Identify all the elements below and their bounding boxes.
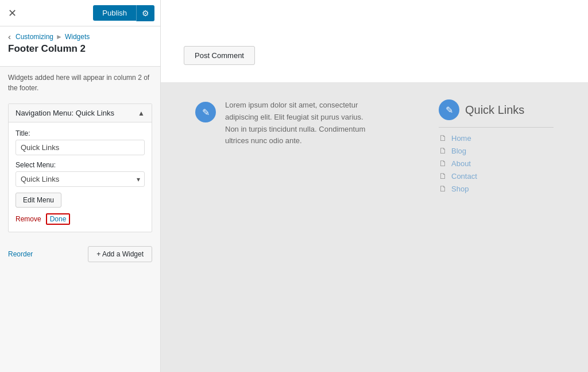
title-input[interactable] (16, 140, 145, 155)
chevron-up-icon: ▲ (138, 109, 145, 117)
nav-link-home[interactable]: Home (451, 134, 471, 143)
edit-menu-button[interactable]: Edit Menu (16, 193, 61, 208)
quick-links-divider (439, 127, 554, 128)
doc-icon: 🗋 (439, 171, 447, 181)
nav-link-shop[interactable]: Shop (451, 185, 469, 193)
widget-actions: Remove Done (16, 213, 145, 225)
publish-button[interactable]: Publish (93, 5, 136, 21)
close-icon: ✕ (8, 7, 17, 19)
breadcrumb-widgets[interactable]: Widgets (65, 33, 90, 41)
widget-header[interactable]: Navigation Menu: Quick Links ▲ (9, 104, 152, 122)
footer-preview: ✎ Lorem ipsum dolor sit amet, consectetu… (161, 82, 588, 372)
sidebar: ✕ Publish ⚙ ‹ Customizing ► Widgets Foot… (0, 0, 161, 372)
gear-button[interactable]: ⚙ (136, 5, 154, 21)
top-bar: ✕ Publish ⚙ (0, 0, 160, 26)
breadcrumb-customizing[interactable]: Customizing (16, 33, 53, 41)
pencil-icon: ✎ (202, 107, 210, 118)
quick-links-header: ✎ Quick Links (439, 99, 554, 120)
section-title: Footer Column 2 (8, 43, 152, 55)
select-wrap: Quick Links Main Menu Footer Menu ▾ (16, 171, 145, 187)
footer-description: Lorem ipsum dolor sit amet, consectetur … (225, 99, 374, 147)
footer-left: ✎ Lorem ipsum dolor sit amet, consectetu… (195, 99, 416, 355)
doc-icon: 🗋 (439, 184, 447, 193)
widget-panel: Navigation Menu: Quick Links ▲ Title: Se… (8, 103, 152, 232)
quick-links-pencil-icon: ✎ (446, 105, 453, 116)
list-item: 🗋 Blog (439, 146, 554, 155)
back-button[interactable]: ‹ (8, 32, 13, 41)
publish-group: Publish ⚙ (93, 5, 154, 21)
sidebar-description: Widgets added here will appear in column… (0, 67, 160, 99)
select-menu[interactable]: Quick Links Main Menu Footer Menu (16, 171, 145, 187)
top-spacer (161, 0, 588, 34)
remove-link[interactable]: Remove (16, 215, 41, 223)
breadcrumb: ‹ Customizing ► Widgets (8, 32, 152, 41)
nav-link-about[interactable]: About (451, 159, 471, 168)
nav-link-contact[interactable]: Contact (451, 172, 477, 181)
select-menu-label: Select Menu: (16, 161, 145, 169)
list-item: 🗋 Home (439, 133, 554, 143)
breadcrumb-area: ‹ Customizing ► Widgets Footer Column 2 (0, 26, 160, 67)
doc-icon: 🗋 (439, 133, 447, 143)
post-comment-button[interactable]: Post Comment (184, 46, 255, 65)
main-content: Post Comment ✎ Lorem ipsum dolor sit ame… (161, 0, 588, 372)
title-group: Title: (16, 129, 145, 155)
list-item: 🗋 Contact (439, 171, 554, 181)
post-comment-section: Post Comment (161, 34, 588, 82)
widget-header-title: Navigation Menu: Quick Links (16, 109, 114, 117)
done-link[interactable]: Done (46, 213, 71, 225)
bottom-actions: Reorder + Add a Widget (0, 239, 160, 269)
quick-links-title: Quick Links (465, 103, 524, 117)
nav-link-blog[interactable]: Blog (451, 147, 466, 155)
gear-icon: ⚙ (142, 9, 149, 18)
back-icon: ‹ (8, 32, 11, 41)
title-label: Title: (16, 129, 145, 137)
footer-right: ✎ Quick Links 🗋 Home 🗋 Blog 🗋 About (439, 99, 554, 355)
breadcrumb-sep1: ► (56, 33, 63, 41)
add-widget-button[interactable]: + Add a Widget (88, 246, 152, 262)
nav-link-list: 🗋 Home 🗋 Blog 🗋 About 🗋 Contact 🗋 (439, 133, 554, 193)
footer-left-icon: ✎ (195, 102, 216, 122)
quick-links-icon: ✎ (439, 99, 459, 120)
list-item: 🗋 About (439, 159, 554, 168)
list-item: 🗋 Shop (439, 184, 554, 193)
doc-icon: 🗋 (439, 159, 447, 168)
reorder-link[interactable]: Reorder (8, 250, 33, 258)
close-button[interactable]: ✕ (6, 5, 19, 22)
doc-icon: 🗋 (439, 146, 447, 155)
widget-body: Title: Select Menu: Quick Links Main Men… (9, 122, 152, 232)
select-menu-group: Select Menu: Quick Links Main Menu Foote… (16, 161, 145, 187)
